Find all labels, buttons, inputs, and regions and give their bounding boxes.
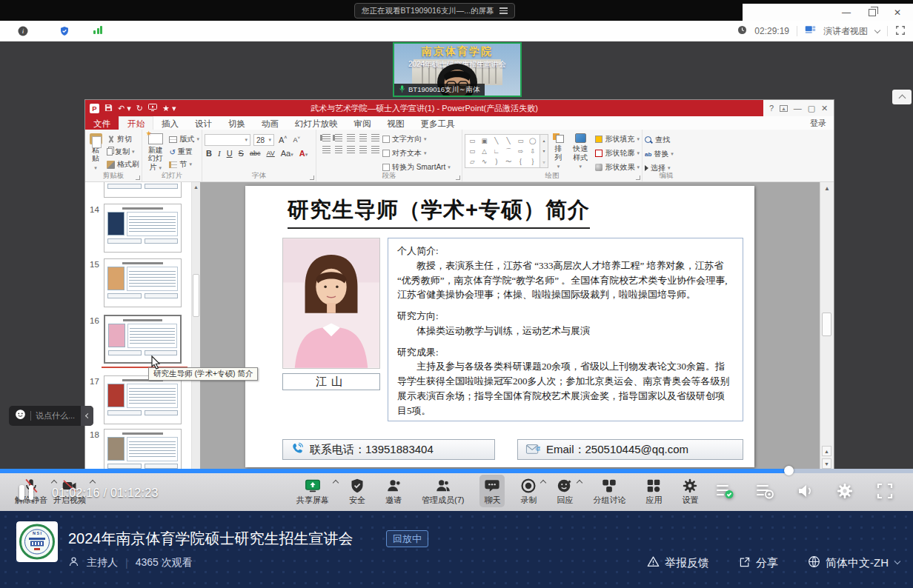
shape-textbox-icon[interactable]: ▭ bbox=[469, 138, 475, 144]
change-case-button[interactable]: Aa▾ bbox=[279, 149, 295, 158]
ppt-minimize-button[interactable]: — bbox=[794, 104, 802, 113]
strikethrough-button[interactable]: S bbox=[237, 149, 245, 158]
increase-indent-icon[interactable] bbox=[359, 134, 368, 141]
shapes-gallery-scroll[interactable]: ▴▾▿ bbox=[540, 134, 548, 168]
scrollbar-thumb[interactable] bbox=[822, 313, 831, 336]
ribbon-display-options-icon[interactable]: ▲ bbox=[780, 105, 788, 112]
chevron-up-icon[interactable] bbox=[333, 480, 339, 486]
slide-thumbnail-17[interactable] bbox=[104, 375, 182, 424]
section-button[interactable]: 节▾ bbox=[169, 159, 199, 170]
emoji-smiley-icon[interactable] bbox=[15, 409, 26, 423]
restore-button[interactable] bbox=[869, 9, 876, 16]
shape-arc-icon[interactable]: ) bbox=[495, 158, 497, 165]
font-size-combo[interactable]: 28▾ bbox=[253, 134, 274, 146]
player-settings-gear-icon[interactable] bbox=[834, 481, 855, 501]
character-spacing-button[interactable]: AV bbox=[265, 150, 276, 158]
copy-button[interactable]: 复制▾ bbox=[107, 147, 139, 157]
chat-quick-input[interactable]: 说点什么... bbox=[9, 406, 93, 426]
shape-arrow-icon[interactable]: ⇨ bbox=[518, 148, 523, 155]
encryption-shield-icon[interactable] bbox=[59, 26, 70, 39]
previous-slide-button[interactable]: ▲ bbox=[822, 446, 831, 456]
volume-icon[interactable] bbox=[794, 481, 815, 501]
help-icon[interactable]: ? bbox=[769, 104, 774, 113]
slide-scrollbar[interactable]: ▲ ▲ ▼ bbox=[820, 182, 834, 472]
slide-thumbnail-16[interactable] bbox=[104, 315, 182, 364]
ppt-tab-更多工具[interactable]: 更多工具 bbox=[413, 116, 463, 130]
grow-font-button[interactable]: A˄ bbox=[277, 135, 288, 145]
network-signal-icon[interactable] bbox=[93, 26, 102, 34]
align-right-icon[interactable] bbox=[347, 146, 355, 153]
fullscreen-icon[interactable] bbox=[895, 25, 906, 38]
shape-elbow-icon[interactable]: ∟ bbox=[494, 148, 499, 155]
apps-button[interactable]: 应用 bbox=[641, 475, 666, 507]
shape-arrow-line-icon[interactable]: ╲ bbox=[507, 138, 511, 144]
line-spacing-icon[interactable] bbox=[371, 134, 379, 141]
layout-button[interactable]: 版式▾ bbox=[169, 134, 199, 144]
font-name-combo[interactable]: ▾ bbox=[205, 134, 250, 146]
justify-icon[interactable] bbox=[359, 146, 368, 153]
playback-queue-icon[interactable] bbox=[714, 481, 735, 501]
ppt-tab-文件[interactable]: 文件 bbox=[85, 116, 119, 130]
banner-menu-icon[interactable] bbox=[499, 7, 508, 14]
dialog-launcher-icon[interactable] bbox=[310, 176, 314, 180]
shape-round-rect-icon[interactable]: ▭ bbox=[469, 148, 475, 155]
playback-list-settings-icon[interactable] bbox=[754, 481, 775, 501]
breakout-button[interactable]: 分组讨论 bbox=[588, 475, 630, 507]
italic-button[interactable]: I bbox=[216, 149, 222, 158]
ppt-close-button[interactable]: ✕ bbox=[821, 104, 828, 113]
columns-icon[interactable] bbox=[371, 146, 379, 153]
text-direction-button[interactable]: 文字方向▾ bbox=[382, 134, 451, 144]
shape-triangle-icon[interactable]: △ bbox=[482, 148, 487, 155]
next-slide-button[interactable]: ▼ bbox=[822, 458, 831, 469]
cut-button[interactable]: 剪切 bbox=[107, 134, 139, 144]
chevron-up-icon[interactable] bbox=[577, 480, 582, 486]
slide-thumbnail-18[interactable] bbox=[104, 429, 182, 472]
collapse-panel-button[interactable] bbox=[892, 90, 912, 104]
record-button[interactable]: 录制 bbox=[516, 475, 541, 507]
chevron-up-icon[interactable] bbox=[90, 480, 96, 486]
slide-thumbnail-partial[interactable] bbox=[104, 182, 182, 198]
dialog-launcher-icon[interactable] bbox=[636, 176, 640, 180]
speaker-video-tile[interactable]: 南京体育学院 2024年硕士研究生招生宣讲会 BT1909016支川～南体 bbox=[393, 42, 522, 97]
close-button[interactable]: ✕ bbox=[894, 8, 901, 17]
shape-curve-icon[interactable]: ⌒ bbox=[505, 148, 512, 155]
ppt-restore-button[interactable]: ▢ bbox=[808, 104, 815, 113]
shadow-button[interactable]: abc bbox=[248, 150, 262, 158]
settings-button[interactable]: 设置 bbox=[677, 475, 703, 507]
underline-button[interactable]: U bbox=[225, 149, 234, 158]
view-mode-selector[interactable]: 演讲者视图 bbox=[823, 25, 868, 38]
player-fullscreen-icon[interactable] bbox=[874, 481, 895, 501]
shape-brace-right-icon[interactable]: } bbox=[531, 158, 534, 165]
report-feedback-button[interactable]: 举报反馈 bbox=[647, 555, 709, 570]
info-icon[interactable]: i bbox=[18, 26, 28, 39]
dialog-launcher-icon[interactable] bbox=[456, 176, 460, 180]
reset-button[interactable]: ↺重置 bbox=[169, 147, 199, 157]
shrink-font-button[interactable]: A˅ bbox=[291, 136, 302, 144]
ppt-tab-插入[interactable]: 插入 bbox=[153, 116, 187, 130]
scroll-up-icon[interactable]: ▲ bbox=[192, 182, 200, 192]
chat-input-placeholder[interactable]: 说点什么... bbox=[36, 410, 75, 421]
scrollbar-thumb[interactable] bbox=[193, 274, 199, 317]
ppt-tab-切换[interactable]: 切换 bbox=[220, 116, 253, 130]
shape-corner-icon[interactable]: ▱ bbox=[470, 158, 475, 165]
ppt-tab-幻灯片放映[interactable]: 幻灯片放映 bbox=[287, 116, 346, 130]
collapse-chat-button[interactable] bbox=[81, 406, 93, 426]
current-slide-canvas[interactable]: 研究生导师（学术+专硕）简介 bbox=[245, 186, 754, 467]
bullets-icon[interactable] bbox=[322, 134, 331, 141]
sign-in-link[interactable]: 登录 bbox=[810, 118, 826, 129]
shapes-gallery[interactable]: ▭▣╲╲▭◯ ▭△∟⌒⇨⇩ ▱∿)〜{} bbox=[465, 134, 540, 168]
share-button[interactable]: 分享 bbox=[739, 556, 778, 570]
participants-button[interactable]: 管理成员(7) bbox=[417, 475, 468, 507]
pause-button[interactable] bbox=[19, 485, 33, 500]
shape-brace-left-icon[interactable]: { bbox=[519, 158, 522, 165]
ppt-tab-审阅[interactable]: 审阅 bbox=[346, 116, 379, 130]
align-center-icon[interactable] bbox=[335, 146, 343, 153]
shape-oval-icon[interactable]: ◯ bbox=[529, 138, 537, 144]
find-button[interactable]: 查找 bbox=[645, 135, 688, 145]
screen-share-button[interactable]: 共享屏幕 bbox=[292, 475, 333, 507]
shape-line-icon[interactable]: ╲ bbox=[494, 138, 498, 144]
dialog-launcher-icon[interactable] bbox=[136, 176, 140, 180]
security-button[interactable]: 安全 bbox=[345, 475, 370, 507]
shape-rect-icon[interactable]: ▭ bbox=[517, 138, 523, 144]
align-text-button[interactable]: 对齐文本▾ bbox=[382, 148, 451, 158]
